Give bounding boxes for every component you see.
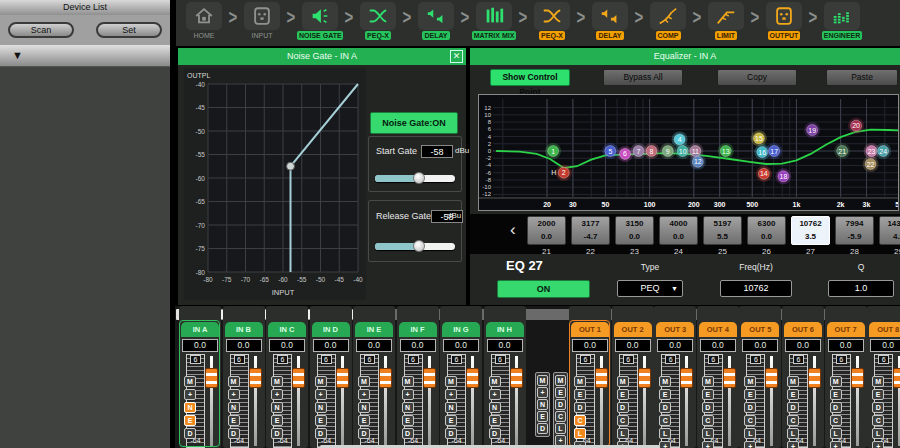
toolbar-item-matrix-mix[interactable]: MATRIX MIX bbox=[472, 2, 516, 40]
strip-button-e[interactable]: E bbox=[271, 415, 283, 426]
strip-button-d[interactable]: D bbox=[787, 402, 799, 413]
strip-button-n[interactable]: N bbox=[271, 402, 283, 413]
strip-button-plus[interactable]: + bbox=[358, 389, 370, 400]
strip-button-d[interactable]: D bbox=[872, 402, 884, 413]
fader-handle[interactable] bbox=[336, 368, 349, 388]
strip-button-e[interactable]: E bbox=[489, 415, 501, 426]
strip-button-m[interactable]: M bbox=[702, 376, 714, 387]
eq-band-cell-27[interactable]: 107623.5 bbox=[791, 216, 830, 245]
fader-handle[interactable] bbox=[595, 368, 608, 388]
strip-button-c[interactable]: C bbox=[787, 415, 799, 426]
strip-button-plus[interactable]: + bbox=[489, 389, 501, 400]
slider-thumb[interactable] bbox=[413, 172, 425, 184]
fader-handle[interactable] bbox=[893, 368, 900, 388]
strip-button-c[interactable]: C bbox=[555, 411, 566, 422]
strip-button-d[interactable]: D bbox=[555, 399, 566, 410]
strip-button-e[interactable]: E bbox=[358, 415, 370, 426]
strip-button-m[interactable]: M bbox=[315, 376, 327, 387]
eq-band-on-button[interactable]: ON bbox=[497, 280, 590, 298]
freq-input[interactable]: 10762 bbox=[720, 280, 792, 297]
slider-thumb[interactable] bbox=[413, 240, 425, 252]
strip-button-l[interactable]: L bbox=[555, 423, 566, 434]
toolbar-item-output[interactable]: OUTPUT bbox=[762, 2, 806, 40]
strip-button-d[interactable]: D bbox=[617, 402, 629, 413]
strip-button-n[interactable]: N bbox=[402, 402, 414, 413]
strip-button-plus[interactable]: + bbox=[872, 441, 884, 448]
strip-button-d[interactable]: D bbox=[445, 428, 457, 439]
start-gate-slider[interactable] bbox=[375, 175, 455, 182]
fader-handle[interactable] bbox=[292, 368, 305, 388]
strip-button-e[interactable]: E bbox=[574, 389, 586, 400]
strip-button-l[interactable]: L bbox=[787, 428, 799, 439]
channel-tab[interactable]: OUT 3 bbox=[656, 322, 694, 337]
strip-button-d[interactable]: D bbox=[489, 428, 501, 439]
eq-point-14[interactable]: 14 bbox=[756, 166, 772, 182]
strip-button-c[interactable]: C bbox=[830, 415, 842, 426]
channel-tab[interactable]: OUT 2 bbox=[614, 322, 652, 337]
strip-button-e[interactable]: E bbox=[744, 389, 756, 400]
eq-point-15[interactable]: 15 bbox=[751, 130, 767, 146]
strip-button-plus[interactable]: + bbox=[445, 389, 457, 400]
channel-tab[interactable]: OUT 4 bbox=[699, 322, 737, 337]
channel-tab[interactable]: OUT 5 bbox=[741, 322, 779, 337]
strip-button-m[interactable]: M bbox=[402, 376, 414, 387]
eq-point-5[interactable]: 5 bbox=[602, 143, 618, 159]
strip-button-d[interactable]: D bbox=[574, 402, 586, 413]
eq-point-8[interactable]: 8 bbox=[644, 143, 660, 159]
strip-button-l[interactable]: L bbox=[702, 428, 714, 439]
strip-button-e[interactable]: E bbox=[184, 415, 196, 426]
strip-button-n[interactable]: N bbox=[184, 402, 196, 413]
strip-button-plus[interactable]: + bbox=[184, 389, 196, 400]
eq-point-18[interactable]: 18 bbox=[775, 168, 791, 184]
strip-button-e[interactable]: E bbox=[228, 415, 240, 426]
strip-button-n[interactable]: N bbox=[315, 402, 327, 413]
equalizer-graph[interactable]: 2030501002003005001k2k3k5k121086420-2-4-… bbox=[478, 94, 899, 211]
strip-button-e[interactable]: E bbox=[617, 389, 629, 400]
strip-button-plus[interactable]: + bbox=[402, 389, 414, 400]
paste-button[interactable]: Paste bbox=[826, 69, 898, 86]
scan-button[interactable]: Scan bbox=[8, 22, 74, 38]
channel-tab[interactable]: IN A bbox=[181, 322, 219, 337]
eq-point-1[interactable]: 1 bbox=[545, 143, 561, 159]
strip-button-d[interactable]: D bbox=[184, 428, 196, 439]
fader-handle[interactable] bbox=[638, 368, 651, 388]
toolbar-item-comp[interactable]: COMP bbox=[646, 2, 690, 40]
strip-button-m[interactable]: M bbox=[271, 376, 283, 387]
strip-button-n[interactable]: N bbox=[445, 402, 457, 413]
toolbar-item-delay[interactable]: DELAY bbox=[588, 2, 632, 40]
fader-handle[interactable] bbox=[510, 368, 523, 388]
strip-button-plus[interactable]: + bbox=[702, 441, 714, 448]
chevron-left-icon[interactable]: ‹ bbox=[510, 220, 516, 240]
device-tree-collapse-bar[interactable]: ▼ bbox=[0, 45, 170, 67]
fader-handle[interactable] bbox=[765, 368, 778, 388]
strip-button-c[interactable]: C bbox=[617, 415, 629, 426]
noise-gate-on-button[interactable]: Noise Gate:ON bbox=[370, 112, 458, 134]
eq-point-19[interactable]: 19 bbox=[804, 122, 820, 138]
eq-band-cell-21[interactable]: 20000.0 bbox=[527, 216, 566, 245]
strip-button-e[interactable]: E bbox=[537, 411, 548, 422]
strip-button-plus[interactable]: + bbox=[228, 389, 240, 400]
strip-button-d[interactable]: D bbox=[402, 428, 414, 439]
strip-button-l[interactable]: L bbox=[830, 428, 842, 439]
fader-handle[interactable] bbox=[851, 368, 864, 388]
strip-button-l[interactable]: L bbox=[574, 428, 586, 439]
strip-button-d[interactable]: D bbox=[537, 423, 548, 434]
toolbar-item-engineer[interactable]: ENGINEER bbox=[820, 2, 864, 40]
strip-button-plus[interactable]: + bbox=[787, 441, 799, 448]
start-gate-value[interactable]: -58 bbox=[421, 145, 453, 158]
strip-button-d[interactable]: D bbox=[702, 402, 714, 413]
set-button[interactable]: Set bbox=[96, 22, 162, 38]
channel-tab[interactable]: IN B bbox=[225, 322, 263, 337]
strip-button-e[interactable]: E bbox=[702, 389, 714, 400]
strip-button-c[interactable]: C bbox=[872, 415, 884, 426]
strip-button-e[interactable]: E bbox=[659, 389, 671, 400]
strip-button-e[interactable]: E bbox=[402, 415, 414, 426]
strip-button-e[interactable]: E bbox=[872, 389, 884, 400]
strip-button-plus[interactable]: + bbox=[315, 389, 327, 400]
strip-button-l[interactable]: L bbox=[659, 428, 671, 439]
eq-point-12[interactable]: 12 bbox=[690, 154, 706, 170]
strip-button-m[interactable]: M bbox=[228, 376, 240, 387]
strip-button-m[interactable]: M bbox=[830, 376, 842, 387]
strip-button-plus[interactable]: + bbox=[271, 389, 283, 400]
strip-button-d[interactable]: D bbox=[228, 428, 240, 439]
